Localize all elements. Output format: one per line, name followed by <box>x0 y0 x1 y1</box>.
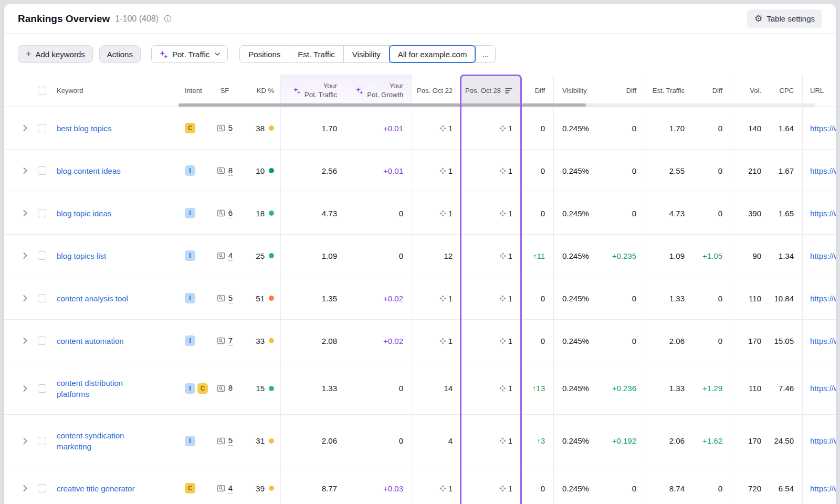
row-checkbox[interactable] <box>38 337 46 345</box>
visibility-cell: 0.245% <box>553 362 604 414</box>
pot-growth-cell: 0 <box>345 192 412 234</box>
expand-chevron-icon[interactable] <box>23 167 27 174</box>
url-link[interactable]: https://w <box>810 484 836 493</box>
url-link[interactable]: https://w <box>810 384 836 393</box>
serp-features-count[interactable]: 5 <box>228 293 233 303</box>
serp-features-count[interactable]: 4 <box>228 251 233 261</box>
visibility-cell: 0.245% <box>553 107 604 149</box>
intent-badge-informational: I <box>185 250 195 261</box>
info-icon[interactable] <box>164 15 172 23</box>
serp-feature-position-icon <box>499 125 506 132</box>
expand-chevron-icon[interactable] <box>23 385 27 392</box>
pot-traffic-cell: 2.08 <box>280 320 345 362</box>
actions-button[interactable]: Actions <box>99 45 141 63</box>
volume-cell: 110 <box>731 277 770 319</box>
visibility-diff-cell: +0.192 <box>604 415 645 467</box>
pot-traffic-cell: 1.70 <box>280 107 345 149</box>
row-checkbox[interactable] <box>38 124 46 132</box>
serp-features-count[interactable]: 7 <box>228 336 233 346</box>
keyword-link[interactable]: content analysis tool <box>57 293 128 304</box>
row-checkbox[interactable] <box>38 251 46 260</box>
cpc-cell: 1.34 <box>770 235 802 277</box>
col-header-visibility[interactable]: Visibility <box>553 75 604 107</box>
tab-est-traffic[interactable]: Est. Traffic <box>289 45 344 63</box>
col-header-pos-oct28[interactable]: Pos. Oct 28 <box>461 75 521 107</box>
row-checkbox[interactable] <box>38 166 46 175</box>
serp-features-count[interactable]: 5 <box>228 436 233 446</box>
visibility-diff-cell: 0 <box>604 467 645 504</box>
intent-cell: C <box>178 107 208 149</box>
table-row: blog topic ideas I 6 18 4.73 0 1 1 0 0.2… <box>4 192 836 235</box>
row-checkbox[interactable] <box>38 294 46 302</box>
metric-dropdown[interactable]: Pot. Traffic <box>151 45 228 63</box>
pos-oct22-cell: 1 <box>412 107 461 149</box>
serp-features-count[interactable]: 8 <box>228 383 233 393</box>
select-all-checkbox[interactable] <box>38 87 46 95</box>
keyword-link[interactable]: content syndication marketing <box>57 430 154 452</box>
keyword-link[interactable]: content automation <box>57 335 124 346</box>
tab-visibility[interactable]: Visibility <box>343 45 390 63</box>
pos-oct28-cell: 1 <box>461 107 521 149</box>
serp-features-cell: 5 <box>208 277 242 319</box>
row-checkbox[interactable] <box>38 484 46 492</box>
col-header-vol[interactable]: Vol. <box>731 75 770 107</box>
expand-chevron-icon[interactable] <box>23 438 27 444</box>
col-header-keyword[interactable]: Keyword <box>52 75 178 107</box>
col-header-kd[interactable]: KD % <box>242 75 280 107</box>
pot-growth-cell: +0.01 <box>345 150 412 192</box>
pos-diff-cell: ↑13 <box>521 362 553 414</box>
keyword-link[interactable]: blog content ideas <box>57 165 121 176</box>
serp-features-count[interactable]: 6 <box>228 208 233 218</box>
row-checkbox[interactable] <box>38 437 46 445</box>
serp-features-icon <box>217 384 225 393</box>
url-link[interactable]: https://w <box>810 337 836 345</box>
rankings-table: Keyword Intent SF KD % YourPot. Traffic … <box>4 75 836 504</box>
intent-cell: I <box>178 320 208 362</box>
col-header-cpc[interactable]: CPC <box>770 75 802 107</box>
serp-features-count[interactable]: 5 <box>228 123 233 133</box>
url-link[interactable]: https://w <box>810 209 836 218</box>
col-header-sf[interactable]: SF <box>208 75 242 107</box>
volume-cell: 140 <box>731 107 770 149</box>
url-link[interactable]: https://w <box>810 166 836 175</box>
scrollbar-thumb[interactable] <box>178 103 586 107</box>
keyword-link[interactable]: best blog topics <box>57 123 111 134</box>
url-link[interactable]: https://w <box>810 251 836 260</box>
col-header-pot-growth[interactable]: YourPot. Growth <box>345 75 412 107</box>
tab-positions[interactable]: Positions <box>239 45 289 63</box>
url-link[interactable]: https://w <box>810 294 836 303</box>
col-header-pos-oct22[interactable]: Pos. Oct 22 <box>412 75 461 107</box>
expand-chevron-icon[interactable] <box>23 295 27 301</box>
more-tabs-button[interactable]: ... <box>475 45 496 63</box>
url-link[interactable]: https://w <box>810 436 836 445</box>
col-header-intent[interactable]: Intent <box>178 75 208 107</box>
keyword-link[interactable]: blog topics list <box>57 250 106 261</box>
est-traffic-diff-cell: 0 <box>693 192 731 234</box>
col-header-pot-traffic[interactable]: YourPot. Traffic <box>280 75 345 107</box>
expand-chevron-icon[interactable] <box>23 210 27 216</box>
row-checkbox[interactable] <box>38 209 46 217</box>
horizontal-scrollbar[interactable] <box>178 103 815 107</box>
expand-chevron-icon[interactable] <box>23 485 27 491</box>
est-traffic-diff-cell: 0 <box>693 150 731 192</box>
col-header-diff-est[interactable]: Diff <box>693 75 731 107</box>
url-link[interactable]: https://w <box>810 124 836 133</box>
serp-features-count[interactable]: 8 <box>228 166 233 176</box>
pot-traffic-cell: 1.35 <box>280 277 345 319</box>
col-header-est-traffic[interactable]: Est. Traffic <box>645 75 693 107</box>
expand-chevron-icon[interactable] <box>23 253 27 259</box>
col-header-url[interactable]: URL <box>802 75 836 107</box>
row-checkbox[interactable] <box>38 384 46 393</box>
col-header-diff-pos[interactable]: Diff <box>521 75 553 107</box>
add-keywords-button[interactable]: + Add keywords <box>18 45 93 63</box>
expand-chevron-icon[interactable] <box>23 338 27 344</box>
cpc-cell: 15.05 <box>770 320 802 362</box>
table-settings-button[interactable]: ⚙ Table settings <box>747 9 822 28</box>
tab-all-for-example[interactable]: All for example.com <box>389 45 476 63</box>
expand-chevron-icon[interactable] <box>23 125 27 131</box>
keyword-link[interactable]: creative title generator <box>57 483 134 494</box>
serp-features-count[interactable]: 4 <box>228 484 233 494</box>
keyword-link[interactable]: content distribution platforms <box>57 377 154 400</box>
col-header-diff-visibility[interactable]: Diff <box>604 75 645 107</box>
keyword-link[interactable]: blog topic ideas <box>57 208 111 219</box>
